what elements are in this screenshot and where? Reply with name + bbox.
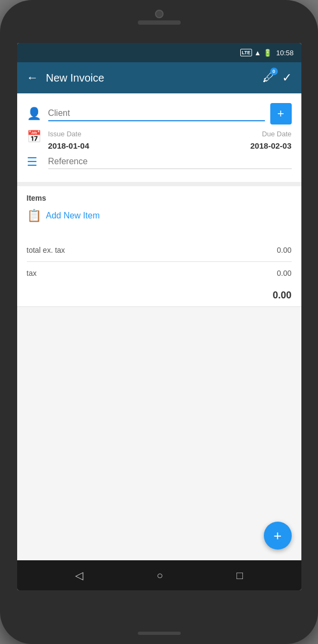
add-client-button[interactable]: + — [270, 103, 292, 125]
tax-row: tax 0.00 — [27, 262, 292, 284]
client-row: 👤 + — [27, 103, 292, 125]
total-ex-tax-row: total ex. tax 0.00 — [27, 239, 292, 262]
client-icon: 👤 — [27, 107, 42, 121]
screen: LTE ▲ 🔋 10:58 ← New Invoice 🖊 0 ✓ 👤 — [17, 43, 301, 590]
phone-shell: LTE ▲ 🔋 10:58 ← New Invoice 🖊 0 ✓ 👤 — [0, 0, 318, 644]
tax-label: tax — [27, 269, 37, 277]
calendar-icon: 📅 — [27, 130, 42, 144]
total-ex-tax-value: 0.00 — [277, 246, 291, 254]
add-item-icon: 📋 — [27, 209, 41, 223]
client-input-wrapper: + — [48, 103, 292, 125]
signal-icon: ▲ — [254, 49, 261, 57]
due-date-label: Due Date — [262, 130, 292, 138]
total-ex-tax-label: total ex. tax — [27, 246, 65, 254]
grand-total-row: 0.00 — [17, 284, 301, 306]
nav-recent-button[interactable]: □ — [236, 569, 243, 582]
tax-value: 0.00 — [277, 269, 291, 277]
fab-button[interactable]: + — [264, 522, 292, 550]
back-button[interactable]: ← — [27, 71, 39, 85]
status-icons: LTE ▲ 🔋 10:58 — [240, 49, 294, 57]
phone-bottom — [138, 623, 181, 644]
issue-date-value[interactable]: 2018-01-04 — [48, 141, 90, 150]
status-bar: LTE ▲ 🔋 10:58 — [17, 43, 301, 62]
confirm-button[interactable]: ✓ — [282, 71, 292, 85]
reference-row: ☰ — [27, 155, 292, 169]
add-new-item-row[interactable]: 📋 Add New Item — [27, 209, 292, 223]
nav-bar: ◁ ○ □ — [17, 560, 301, 590]
date-section: Issue Date Due Date 2018-01-04 2018-02-0… — [48, 130, 292, 150]
bottom-section: + — [17, 306, 301, 560]
items-title: Items — [27, 194, 292, 202]
clock: 10:58 — [276, 49, 294, 57]
nav-back-button[interactable]: ◁ — [75, 569, 83, 582]
section-divider — [17, 182, 301, 186]
lte-icon: LTE — [240, 49, 252, 56]
due-date-value[interactable]: 2018-02-03 — [250, 141, 292, 150]
date-row: 📅 Issue Date Due Date 2018-01-04 2018-02… — [27, 130, 292, 150]
reference-icon: ☰ — [27, 155, 42, 169]
reference-input[interactable] — [48, 155, 292, 169]
main-content: 👤 + 📅 Issue Date Due Date — [17, 93, 301, 560]
app-header: ← New Invoice 🖊 0 ✓ — [17, 62, 301, 93]
invoice-badge: 0 — [270, 68, 278, 75]
battery-icon: 🔋 — [263, 49, 272, 57]
page-title: New Invoice — [46, 72, 258, 84]
speaker — [138, 20, 181, 25]
bottom-speaker — [138, 632, 181, 635]
form-section: 👤 + 📅 Issue Date Due Date — [17, 93, 301, 182]
client-input[interactable] — [48, 106, 265, 121]
issue-date-label: Issue Date — [48, 130, 82, 138]
grand-total-value: 0.00 — [272, 290, 291, 301]
date-labels: Issue Date Due Date — [48, 130, 292, 138]
invoice-icon-wrapper: 🖊 0 — [263, 71, 275, 85]
items-section: Items 📋 Add New Item — [17, 186, 301, 239]
date-values: 2018-01-04 2018-02-03 — [48, 141, 292, 150]
nav-home-button[interactable]: ○ — [157, 569, 163, 582]
add-new-item-label: Add New Item — [46, 211, 100, 221]
totals-section: total ex. tax 0.00 tax 0.00 — [17, 239, 301, 284]
